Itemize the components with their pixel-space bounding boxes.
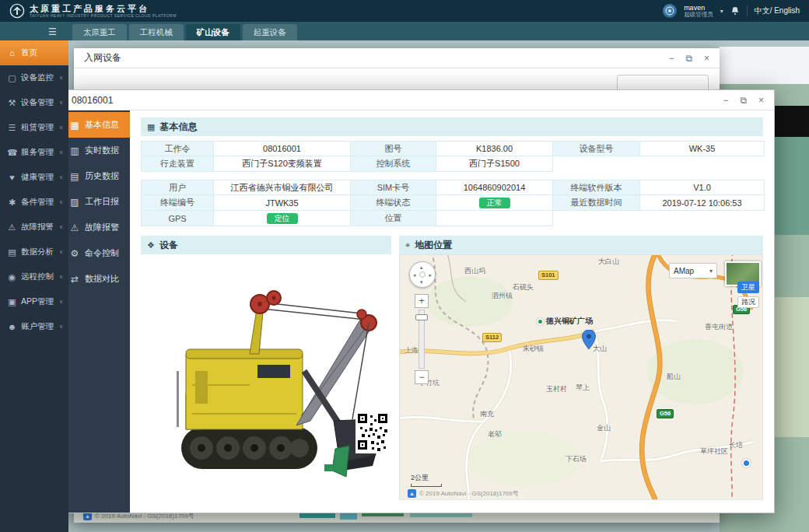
tab-engineering[interactable]: 工程机械 bbox=[129, 24, 184, 40]
bell-icon[interactable] bbox=[730, 6, 740, 16]
zoom-out-button[interactable]: − bbox=[415, 370, 429, 384]
field-label: 终端编号 bbox=[141, 195, 214, 211]
sidebar-item-monitor[interactable]: ▢ 设备监控 ∨ bbox=[0, 65, 68, 90]
close-icon[interactable]: × bbox=[704, 54, 709, 63]
section-title: 基本信息 bbox=[159, 121, 197, 134]
chevron-down-icon: ∨ bbox=[59, 299, 63, 305]
sidebar-label: 故障报警 bbox=[21, 222, 54, 233]
road-badge: S101 bbox=[538, 271, 559, 280]
sidebar-item-app[interactable]: ▣ APP管理 ∨ bbox=[0, 289, 68, 314]
map-canvas[interactable]: 大白山 西山坞 石砚头 泗州镇 德兴铜矿广场 朱砂镇 大山 香屯街 bbox=[399, 254, 763, 500]
pan-up-icon[interactable]: ▴ bbox=[420, 264, 423, 270]
user-avatar[interactable] bbox=[663, 4, 677, 18]
background-panel bbox=[720, 47, 809, 84]
zoom-in-button[interactable]: + bbox=[415, 294, 429, 308]
gps-badge: 定位 bbox=[267, 213, 298, 224]
chevron-down-icon: ∨ bbox=[59, 249, 63, 255]
chevron-down-icon: ∨ bbox=[59, 324, 63, 330]
sidebar-item-account[interactable]: ☻ 账户管理 ∨ bbox=[0, 314, 68, 339]
field-label: 终端状态 bbox=[351, 195, 436, 211]
tab-command-control[interactable]: ⚙ 命令控制 bbox=[61, 240, 130, 266]
main-sidebar: ⌂ 首页 ▢ 设备监控 ∨ ⚒ 设备管理 ∨ ☰ 租赁管理 ∨ ☎ 服务管理 ∨… bbox=[0, 40, 68, 532]
user-role: 超级管理员 bbox=[684, 12, 713, 19]
pan-right-icon[interactable]: ▸ bbox=[429, 272, 432, 278]
zoom-slider-knob[interactable] bbox=[415, 314, 428, 320]
tab-lifting[interactable]: 起重设备 bbox=[243, 24, 297, 40]
sidebar-item-health[interactable]: ♥ 健康管理 ∨ bbox=[0, 165, 68, 190]
sidebar-item-device-mgmt[interactable]: ⚒ 设备管理 ∨ bbox=[0, 90, 68, 115]
language-toggle[interactable]: 中文/ English bbox=[755, 5, 800, 16]
lease-icon: ☰ bbox=[7, 123, 17, 133]
tab-mining[interactable]: 矿山设备 bbox=[186, 24, 240, 40]
device-icon: ⚒ bbox=[7, 98, 17, 108]
map-label: 琴上 bbox=[576, 383, 590, 393]
nav-label: 历史数据 bbox=[85, 170, 119, 182]
attribution-text: © 2019 AutoNavi - GS(2018)1709号 bbox=[419, 489, 519, 498]
fault-icon: ⚠ bbox=[69, 222, 80, 233]
sidebar-label: 设备监控 bbox=[21, 72, 54, 83]
chevron-down-icon: ∨ bbox=[59, 149, 63, 156]
satellite-toggle-button[interactable]: 卫星 bbox=[737, 282, 759, 293]
field-label: 用户 bbox=[141, 180, 214, 195]
header-divider bbox=[747, 5, 748, 16]
close-icon[interactable]: × bbox=[758, 96, 764, 105]
tab-fault-alarm[interactable]: ⚠ 故障报警 bbox=[61, 215, 130, 240]
map-label: 长培 bbox=[729, 440, 743, 450]
section-map-location: ⌖ 地图位置 bbox=[399, 236, 763, 254]
tab-data-compare[interactable]: ⇄ 数据对比 bbox=[61, 266, 130, 292]
maximize-icon[interactable]: ⧉ bbox=[685, 54, 692, 63]
sidebar-item-fault-alarm[interactable]: ⚠ 故障报警 ∨ bbox=[0, 215, 68, 240]
map-label: 西山坞 bbox=[464, 266, 485, 276]
sidebar-item-analysis[interactable]: ▤ 数据分析 ∨ bbox=[0, 240, 68, 264]
brand: 太原重工产品服务云平台 TAIYUAN HEAVY INDUSTRY PRODU… bbox=[9, 3, 177, 19]
window-controls: − ⧉ × bbox=[668, 54, 709, 63]
pan-center[interactable] bbox=[419, 271, 426, 278]
user-menu[interactable]: maven 超级管理员 bbox=[684, 4, 713, 19]
tab-taiyuan[interactable]: 太原重工 bbox=[72, 24, 127, 40]
empty-cell bbox=[553, 156, 640, 172]
sidebar-item-remote[interactable]: ◉ 远程控制 ∨ bbox=[0, 264, 68, 289]
tab-realtime-data[interactable]: ▥ 实时数据 bbox=[61, 138, 130, 163]
tab-history-data[interactable]: ▤ 历史数据 bbox=[61, 163, 130, 189]
tab-basic-info[interactable]: ▦ 基本信息 bbox=[61, 112, 130, 138]
sidebar-item-parts[interactable]: ✱ 备件管理 ∨ bbox=[0, 190, 68, 215]
map-provider-select[interactable]: AMap ▾ bbox=[669, 263, 717, 278]
maximize-icon[interactable]: ⧉ bbox=[740, 96, 747, 105]
pan-control[interactable]: ▴ ▾ ◂ ▸ bbox=[409, 261, 436, 288]
tab-work-report[interactable]: ▨ 工作日报 bbox=[61, 189, 130, 215]
map-label: 船山 bbox=[667, 372, 681, 382]
hamburger-icon[interactable]: ☰ bbox=[48, 26, 57, 37]
traffic-toggle-button[interactable]: 路况 bbox=[737, 296, 759, 308]
sidebar-item-service[interactable]: ☎ 服务管理 ∨ bbox=[0, 140, 68, 165]
select-caret-icon: ▾ bbox=[709, 268, 713, 275]
field-value: JTWK35 bbox=[214, 195, 351, 211]
map-label: 香屯街道 bbox=[705, 322, 733, 332]
phone-icon: ☎ bbox=[7, 148, 17, 158]
field-value bbox=[436, 211, 553, 226]
field-label: 终端软件版本 bbox=[553, 180, 640, 195]
detail-nav: ▦ 基本信息 ▥ 实时数据 ▤ 历史数据 ▨ 工作日报 bbox=[61, 110, 130, 513]
pan-left-icon[interactable]: ◂ bbox=[413, 272, 416, 278]
home-icon: ⌂ bbox=[7, 48, 17, 58]
gear-icon: ⚙ bbox=[69, 248, 80, 259]
pan-down-icon[interactable]: ▾ bbox=[420, 279, 423, 285]
map-label: 金山 bbox=[597, 423, 611, 433]
alarm-icon: ⚠ bbox=[7, 222, 17, 233]
window-title: 入网设备 bbox=[84, 51, 121, 65]
location-marker-icon[interactable] bbox=[582, 330, 596, 353]
sidebar-label: APP管理 bbox=[21, 296, 54, 307]
sidebar-item-lease[interactable]: ☰ 租赁管理 ∨ bbox=[0, 115, 68, 140]
chevron-down-icon: ∨ bbox=[59, 100, 63, 106]
nav-label: 工作日报 bbox=[85, 196, 119, 208]
sidebar-item-home[interactable]: ⌂ 首页 bbox=[0, 40, 68, 65]
minimize-icon[interactable]: − bbox=[668, 54, 674, 63]
search-input[interactable] bbox=[617, 75, 709, 91]
user-menu-caret-icon[interactable]: ▾ bbox=[720, 8, 723, 15]
workspace: 入网设备 − ⧉ × ▲ © 2019 AutoNavi - GS(2018)1… bbox=[68, 40, 809, 532]
field-label: 设备型号 bbox=[553, 141, 640, 156]
map-attribution: ▲ © 2019 AutoNavi - GS(2018)1709号 bbox=[408, 489, 519, 498]
minimize-icon[interactable]: − bbox=[723, 96, 728, 105]
map-label: 朱砂镇 bbox=[523, 344, 544, 354]
monitor-icon: ▢ bbox=[7, 73, 17, 83]
sidebar-label: 租赁管理 bbox=[21, 122, 54, 133]
